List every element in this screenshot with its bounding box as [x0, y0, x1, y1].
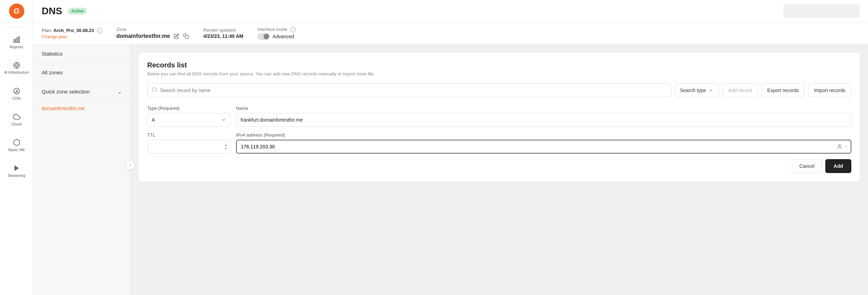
zone-label: Zone — [116, 27, 190, 32]
render-date: 4/23/23, 11:40 AM — [203, 33, 243, 39]
records-card: Records list Below you can find all DNS … — [139, 53, 860, 181]
page-title: DNS — [42, 6, 62, 17]
chevron-down-icon — [709, 88, 713, 93]
svg-point-13 — [152, 88, 156, 91]
add-button[interactable]: Add — [825, 159, 851, 173]
zone-link[interactable]: domainfortestfor.me — [33, 101, 130, 115]
sidebar-item-basicvm[interactable]: Basic VM — [1, 133, 32, 157]
content-area: Statistics All zones Quick zone selectio… — [33, 44, 868, 295]
change-plan-link[interactable]: Change plan — [42, 34, 102, 39]
sidebar-item-label: Cloud — [11, 122, 22, 126]
sidebar-item-label: Reports — [10, 45, 23, 49]
action-row: Cancel Add — [147, 159, 851, 173]
sidebar-divider — [7, 27, 26, 27]
ipv4-input-wrapper — [236, 140, 851, 154]
interface-label: Interface mode i — [257, 27, 296, 32]
render-section: Render updated 4/23/23, 11:40 AM — [203, 27, 243, 39]
sidebar-item-cdn[interactable]: CDN — [1, 82, 32, 106]
edit-zone-button[interactable] — [173, 33, 180, 40]
search-icon — [152, 87, 157, 94]
ttl-field: TTL ▲ ▼ — [147, 132, 231, 154]
chevron-down-icon: ⌄ — [117, 88, 122, 95]
logo[interactable]: G — [0, 0, 33, 22]
import-records-button[interactable]: Import records — [808, 83, 851, 97]
ipv4-icon[interactable] — [837, 144, 848, 149]
svg-line-14 — [156, 91, 157, 92]
ttl-up-arrow[interactable]: ▲ — [224, 144, 227, 147]
plan-row: Plan: Arch_Pro_30.08.23 i — [42, 27, 102, 34]
type-label: Type (Required) — [147, 106, 231, 111]
export-records-button[interactable]: Export records — [761, 83, 805, 97]
name-field: Name — [236, 106, 851, 127]
svg-rect-0 — [14, 40, 15, 42]
status-badge: Active — [68, 8, 87, 15]
ipv4-input[interactable] — [241, 144, 837, 149]
ttl-down-arrow[interactable]: ▼ — [224, 147, 227, 150]
sidebar-item-label: AI Infrastructure — [4, 71, 29, 75]
box-icon — [13, 139, 20, 146]
ipv4-label: IPv4 address (Required) — [236, 132, 851, 138]
sidebar-item-streaming[interactable]: Streaming — [1, 159, 32, 183]
right-panel: Records list Below you can find all DNS … — [131, 44, 868, 295]
type-select[interactable]: A — [147, 113, 231, 127]
interface-info-icon[interactable]: i — [290, 27, 296, 32]
svg-rect-1 — [16, 38, 17, 42]
cloud-icon — [13, 113, 20, 121]
svg-point-10 — [16, 90, 17, 92]
person-icon — [837, 144, 842, 149]
search-type-button[interactable]: Search type — [675, 83, 719, 97]
sub-header: Plan: Arch_Pro_30.08.23 i Change plan Zo… — [33, 22, 868, 44]
ttl-label: TTL — [147, 132, 231, 138]
sidebar-item-label: CDN — [12, 96, 21, 100]
svg-point-15 — [838, 145, 840, 146]
svg-rect-2 — [18, 37, 19, 43]
render-label: Render updated — [203, 27, 243, 33]
zone-name-row: domainfortestfor.me — [116, 33, 190, 40]
zone-name: domainfortestfor.me — [116, 33, 170, 39]
sidebar-item-ai[interactable]: AI Infrastructure — [1, 56, 32, 80]
sidebar-item-label: Streaming — [8, 173, 25, 178]
interface-mode-label: Advanced — [273, 34, 294, 39]
grid-icon — [13, 62, 20, 69]
edit-icon — [174, 33, 179, 39]
main-content: DNS Active Plan: Arch_Pro_30.08.23 i Cha… — [33, 0, 868, 295]
search-row: Search type Add record Export records Im… — [147, 83, 851, 97]
sidebar: G Reports AI Infrastructure CDN Cloud — [0, 0, 33, 295]
interface-section: Interface mode i Advanced — [257, 27, 296, 40]
plan-label: Plan: — [42, 28, 52, 33]
svg-point-4 — [15, 64, 18, 66]
zone-section: Zone domainfortestfor.me — [116, 27, 190, 40]
add-record-button[interactable]: Add record — [722, 83, 758, 97]
ttl-input-wrapper: ▲ ▼ — [147, 140, 231, 154]
quick-zone-label: Quick zone selection — [42, 89, 90, 95]
gauge-icon — [13, 87, 20, 95]
cancel-button[interactable]: Cancel — [792, 159, 822, 173]
quick-zone-section[interactable]: Quick zone selection ⌄ — [33, 82, 130, 101]
interface-row: Advanced — [257, 33, 296, 40]
nav-all-zones[interactable]: All zones — [33, 63, 130, 82]
bar-chart-icon — [13, 36, 20, 43]
svg-marker-11 — [14, 165, 19, 171]
ipv4-field: IPv4 address (Required) — [236, 132, 851, 154]
nav-statistics[interactable]: Statistics — [33, 44, 130, 63]
plan-info-icon[interactable]: i — [97, 28, 102, 33]
interface-toggle[interactable] — [257, 33, 270, 40]
name-input[interactable] — [236, 113, 851, 127]
plan-name: Arch_Pro_30.08.23 — [53, 28, 94, 33]
copy-zone-button[interactable] — [183, 33, 190, 40]
collapse-panel-button[interactable]: ‹ — [125, 160, 135, 170]
sidebar-item-reports[interactable]: Reports — [1, 30, 32, 55]
chevron-down-icon — [221, 117, 226, 122]
ttl-input[interactable] — [152, 144, 224, 149]
left-panel: Statistics All zones Quick zone selectio… — [33, 44, 131, 295]
copy-icon — [183, 33, 189, 39]
search-input[interactable] — [160, 88, 667, 93]
top-header: DNS Active — [33, 0, 868, 22]
ttl-stepper[interactable]: ▲ ▼ — [224, 144, 227, 150]
sidebar-item-cloud[interactable]: Cloud — [1, 107, 32, 132]
records-title: Records list — [147, 61, 851, 69]
header-right-placeholder — [783, 4, 860, 18]
svg-rect-12 — [185, 35, 189, 39]
form-bottom-row: TTL ▲ ▼ IPv4 address (Required) — [147, 132, 851, 154]
chevron-down-icon — [844, 145, 848, 149]
